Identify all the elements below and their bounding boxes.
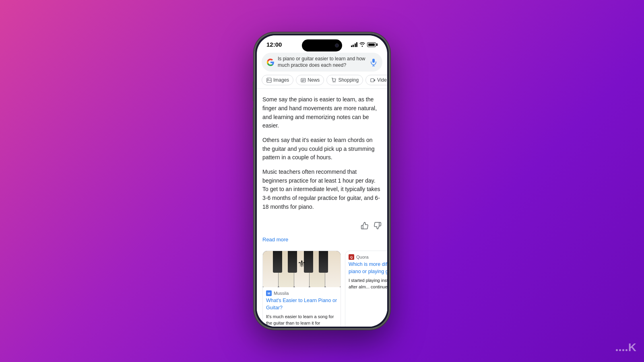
piano-decoration: ⚜ xyxy=(297,258,306,269)
card-source-mussila: M Mussila xyxy=(263,287,341,297)
news-tab-icon xyxy=(300,77,306,83)
source-cards: ⚜ M Mussila What's Easier to Learn Piano… xyxy=(257,247,387,327)
tab-videos[interactable]: Vide… xyxy=(365,75,387,85)
search-query: Is piano or guitar easier to learn and h… xyxy=(278,56,366,68)
read-more-link[interactable]: Read more xyxy=(257,235,387,247)
phone-screen: 12:00 xyxy=(257,35,387,327)
battery-icon xyxy=(367,42,378,47)
card-title-mussila: What's Easier to Learn Piano or Guitar? xyxy=(263,297,341,314)
tab-news[interactable]: News xyxy=(296,75,324,85)
card-quora[interactable]: Q Quora Which is more difficult, playing… xyxy=(345,251,387,327)
mussila-favicon: M xyxy=(266,290,272,296)
tab-videos-label: Vide… xyxy=(377,77,387,83)
paragraph-2: Others say that it's easier to learn cho… xyxy=(262,136,382,162)
watermark-dots xyxy=(616,349,627,351)
watermark-letter: K xyxy=(628,341,636,354)
thumbs-up-button[interactable] xyxy=(361,222,369,232)
status-icons xyxy=(351,41,378,48)
thumbs-down-button[interactable] xyxy=(374,222,382,232)
watermark: K xyxy=(616,341,636,354)
search-bar[interactable]: Is piano or guitar easier to learn and h… xyxy=(262,53,382,72)
svg-rect-11 xyxy=(371,78,374,82)
tab-images[interactable]: Images xyxy=(262,75,293,85)
tab-news-label: News xyxy=(308,77,320,83)
feedback-row xyxy=(257,220,387,235)
card-image-piano: ⚜ xyxy=(263,251,341,287)
piano-visual: ⚜ xyxy=(263,251,341,287)
content-area: Some say the piano is easier to learn, a… xyxy=(257,89,387,327)
card-snippet-quora: I started playing instruments th... now,… xyxy=(345,278,387,293)
status-bar: 12:00 xyxy=(257,35,387,51)
svg-point-9 xyxy=(333,82,334,82)
shopping-tab-icon xyxy=(331,77,336,83)
dynamic-island xyxy=(302,39,342,51)
answer-section: Some say the piano is easier to learn, a… xyxy=(257,89,387,220)
card-title-quora: Which is more difficult, playing piano o… xyxy=(345,261,387,278)
card-source-quora: Q Quora xyxy=(345,251,387,261)
quora-source-name: Quora xyxy=(356,255,369,259)
quora-favicon: Q xyxy=(349,254,354,260)
filter-tabs: Images News xyxy=(257,72,387,89)
tab-images-label: Images xyxy=(273,77,289,83)
videos-tab-icon xyxy=(370,77,376,83)
status-time: 12:00 xyxy=(266,41,282,48)
card-mussila[interactable]: ⚜ M Mussila What's Easier to Learn Piano… xyxy=(262,251,341,327)
wifi-icon xyxy=(359,41,365,48)
mussila-source-name: Mussila xyxy=(274,291,289,296)
paragraph-1: Some say the piano is easier to learn, a… xyxy=(262,95,382,130)
images-tab-icon xyxy=(266,77,272,83)
tab-shopping-label: Shopping xyxy=(338,77,359,83)
phone-mockup: 12:00 xyxy=(254,32,390,330)
card-snippet-mussila: It's much easier to learn a song for the… xyxy=(263,314,341,327)
google-logo-icon xyxy=(266,58,275,66)
camera-dot xyxy=(335,43,339,47)
paragraph-3: Music teachers often recommend that begi… xyxy=(262,168,382,211)
signal-icon xyxy=(351,42,358,47)
tab-shopping[interactable]: Shopping xyxy=(326,75,363,85)
svg-point-10 xyxy=(334,82,335,82)
microphone-icon[interactable] xyxy=(369,58,378,66)
svg-rect-0 xyxy=(372,59,375,63)
